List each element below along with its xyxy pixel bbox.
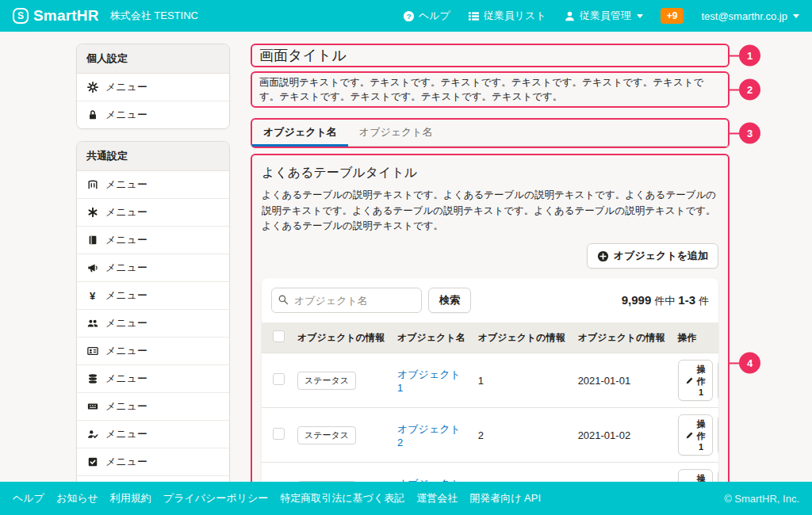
smarthr-logo[interactable]: S SmartHR [13,7,99,25]
edit-action-label: 操作1 [697,418,706,452]
footer-link-privacy[interactable]: プライバシーポリシー [163,491,268,505]
status-badge: ステータス [297,481,356,482]
delete-action-button[interactable]: 操作2 [718,469,718,482]
edit-action-button[interactable]: 操作1 [678,469,713,482]
sidebar-item-label: メニュー [105,427,147,441]
footer-link-company[interactable]: 運営会社 [416,491,458,505]
search-input[interactable] [271,288,422,313]
sidebar-section-title: 共通設定 [77,142,229,171]
footer-link-terms[interactable]: 利用規約 [110,491,151,505]
table-card: 検索 9,999 件中 1-3 件 オブジェクトの情報 [262,278,718,482]
edit-action-label: 操作1 [697,364,706,397]
sidebar-item-building[interactable]: メニュー [77,171,229,198]
table-header-row: オブジェクトの情報 オブジェクト名 オブジェクトの情報 オブジェクトの情報 操作 [262,322,718,353]
header-left: S SmartHR 株式会社 TESTINC [13,7,198,25]
tab-object-1[interactable]: オブジェクト名 [252,120,348,147]
app-header: S SmartHR 株式会社 TESTINC ? ヘルプ 従業員リスト [0,0,812,32]
table-section-description: よくあるテーブルの説明テキストです。よくあるテーブルの説明テキストです。よくある… [262,188,718,234]
company-name: 株式会社 TESTINC [110,9,198,23]
book-icon [86,235,98,246]
page-title: 画面タイトル [259,46,721,65]
row-checkbox[interactable] [273,373,285,385]
sidebar-item-label: メニュー [105,261,147,275]
sidebar-item-keypad[interactable]: メニュー [77,392,229,420]
gear-icon [86,82,98,93]
notification-badge[interactable]: +9 [661,8,684,24]
sidebar-item-check-square[interactable]: メニュー [77,448,229,475]
sidebar: 個人設定 メニュー メニュー 共通設定 [76,44,230,482]
sidebar-item-person-check[interactable]: メニュー [77,420,229,448]
table-row: ステータス オブジェクト2 2 2021-01-02 操作1 [262,408,718,463]
sidebar-item-gear[interactable]: メニュー [77,74,229,101]
building-icon [86,179,98,190]
sidebar-item-label: メニュー [105,80,147,94]
chevron-down-icon [637,14,643,18]
sidebar-item-lock[interactable]: メニュー [77,101,229,128]
object-info-cell: 3 [472,463,572,482]
footer-link-news[interactable]: お知らせ [56,491,98,505]
sidebar-section-title: 個人設定 [77,44,229,74]
column-header: オブジェクト名 [391,322,472,353]
object-link[interactable]: オブジェクト3 [397,478,461,482]
account-email: test@smarthr.co.jp [701,10,787,22]
footer-link-commercial-law[interactable]: 特定商取引法に基づく表記 [280,491,404,505]
nav-employee-list[interactable]: 従業員リスト [468,9,546,23]
table-section-region: 4 よくあるテーブルタイトル よくあるテーブルの説明テキストです。よくあるテーブ… [251,154,730,482]
sidebar-item-label: メニュー [105,177,147,192]
help-icon: ? [403,10,415,22]
nav-employee-admin-dropdown[interactable]: 従業員管理 [564,9,643,23]
yen-icon: ¥ [86,290,98,302]
page-title-region: 画面タイトル 1 [251,44,730,67]
sidebar-item-book[interactable]: メニュー [77,226,229,254]
annotation-marker-1: 1 [739,45,760,67]
megaphone-icon [86,262,98,273]
sidebar-item-label: メニュー [105,344,147,358]
object-info-cell: 1 [472,353,572,408]
add-object-button[interactable]: オブジェクトを追加 [587,243,718,269]
search-icon [278,294,289,305]
annotation-marker-2: 2 [739,79,760,101]
delete-action-button[interactable]: 操作2 [718,414,718,456]
sidebar-item-id-card[interactable]: メニュー [77,337,229,364]
sidebar-item-users[interactable]: メニュー [77,309,229,337]
count-total-unit: 件中 [654,294,675,308]
sidebar-item-bank[interactable]: メニュー [77,475,229,482]
object-link[interactable]: オブジェクト1 [397,368,461,394]
object-info-cell: 2021-01-02 [572,408,672,463]
search-button[interactable]: 検索 [428,288,471,313]
object-link[interactable]: オブジェクト2 [397,423,461,448]
row-checkbox[interactable] [273,428,285,440]
tab-object-2[interactable]: オブジェクト名 [348,120,444,147]
column-header: オブジェクトの情報 [472,322,572,353]
sidebar-item-asterisk[interactable]: メニュー [77,198,229,226]
object-info-cell: 2 [472,408,572,463]
edit-action-button[interactable]: 操作1 [678,360,713,401]
tabs-region: オブジェクト名 オブジェクト名 3 [251,118,730,148]
select-all-checkbox[interactable] [273,330,285,342]
edit-action-button[interactable]: 操作1 [678,414,713,456]
annotation-marker-3: 3 [739,123,760,144]
footer-link-developer-api[interactable]: 開発者向け API [469,491,541,505]
sidebar-item-megaphone[interactable]: メニュー [77,254,229,281]
count-range-unit: 件 [699,294,709,308]
sidebar-item-database[interactable]: メニュー [77,364,229,392]
footer-link-help[interactable]: ヘルプ [13,491,44,505]
chevron-down-icon [793,14,799,18]
page-description-region: 画面説明テキストです。テキストです。テキストです。テキストです。テキストです。テ… [251,71,730,108]
count-range: 1-3 [678,293,695,307]
search-row: 検索 9,999 件中 1-3 件 [262,288,718,322]
app: S SmartHR 株式会社 TESTINC ? ヘルプ 従業員リスト [0,0,812,515]
column-header: 操作 [672,322,718,353]
sidebar-item-label: メニュー [105,108,147,122]
sidebar-item-yen[interactable]: ¥ メニュー [77,281,229,309]
nav-help-label: ヘルプ [419,9,450,23]
add-object-button-label: オブジェクトを追加 [614,249,708,263]
sidebar-item-label: メニュー [105,372,147,386]
delete-action-button[interactable]: 操作2 [718,360,718,401]
nav-employee-admin-label: 従業員管理 [580,9,631,23]
header-nav: ? ヘルプ 従業員リスト 従業員管理 +9 test@smarthr.co.jp [403,8,799,24]
nav-help[interactable]: ? ヘルプ [403,9,450,23]
account-dropdown[interactable]: test@smarthr.co.jp [701,10,799,22]
annotation-marker-4: 4 [739,353,760,374]
status-badge: ステータス [297,372,356,390]
